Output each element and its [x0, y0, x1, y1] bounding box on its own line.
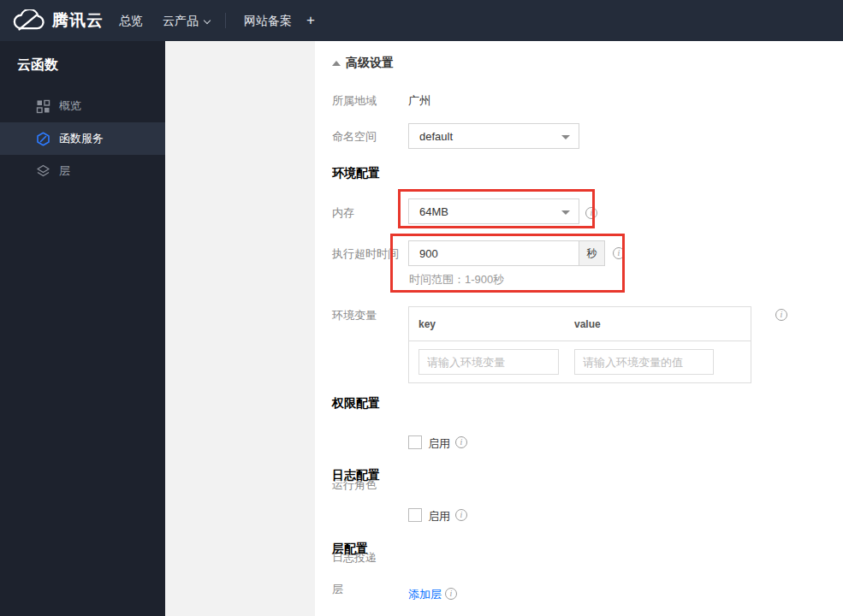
sidebar-item-overview[interactable]: 概览: [0, 90, 165, 122]
namespace-label: 命名空间: [332, 129, 377, 145]
nav-item-overview[interactable]: 总览: [119, 0, 143, 41]
memory-dropdown[interactable]: 64MB: [408, 198, 579, 224]
env-key-input[interactable]: [419, 349, 559, 375]
brand[interactable]: 腾讯云: [12, 0, 104, 41]
section-layer-config: 层配置: [332, 542, 368, 557]
memory-dropdown-value: 64MB: [419, 205, 448, 218]
collapse-arrow-icon: [332, 61, 341, 66]
sidebar-item-layer-label: 层: [59, 163, 70, 179]
section-log-config: 日志配置: [332, 468, 380, 483]
nav-item-cloud-products-label: 云产品: [163, 14, 199, 27]
env-vars-table-row: [409, 341, 751, 382]
region-value: 广州: [408, 93, 430, 109]
timeout-label: 执行超时时间: [332, 246, 399, 262]
log-enable-checkbox[interactable]: [408, 508, 422, 522]
scf-hexagon-icon: [36, 132, 50, 146]
layers-icon: [36, 164, 50, 179]
layer-label: 层: [332, 582, 343, 597]
sidebar-item-function-service[interactable]: 函数服务: [0, 122, 165, 155]
timeout-input-group: 秒: [408, 240, 605, 266]
role-info-icon[interactable]: i: [455, 436, 467, 448]
navbar-divider: [225, 13, 226, 28]
section-permission-config: 权限配置: [332, 396, 380, 412]
top-navbar: 腾讯云 总览 云产品 网站备案 +: [0, 0, 843, 41]
log-enable-label: 启用: [428, 509, 450, 524]
nav-add-button[interactable]: +: [306, 0, 315, 41]
sidebar-item-overview-label: 概览: [59, 98, 81, 114]
tencent-cloud-logo-icon: [12, 9, 45, 33]
section-environment-config: 环境配置: [332, 166, 380, 181]
env-vars-label: 环境变量: [332, 308, 377, 323]
secondary-panel: [165, 41, 315, 616]
namespace-dropdown-value: default: [419, 130, 453, 143]
advanced-settings-toggle[interactable]: 高级设置: [332, 56, 394, 71]
chevron-down-icon: [204, 17, 211, 24]
log-info-icon[interactable]: i: [455, 509, 467, 521]
brand-name: 腾讯云: [52, 9, 104, 32]
overview-grid-icon: [36, 99, 50, 114]
caret-down-icon: [561, 210, 570, 215]
nav-item-cloud-products[interactable]: 云产品: [163, 0, 210, 41]
sidebar-title: 云函数: [17, 56, 58, 74]
timeout-range-hint: 时间范围：1-900秒: [409, 272, 504, 287]
advanced-settings-label: 高级设置: [346, 56, 394, 69]
role-enable-checkbox[interactable]: [408, 435, 422, 449]
sidebar-item-function-service-label: 函数服务: [59, 131, 104, 146]
timeout-input[interactable]: [409, 241, 579, 265]
nav-item-website-icp[interactable]: 网站备案: [244, 0, 292, 41]
caret-down-icon: [561, 135, 570, 139]
namespace-dropdown[interactable]: default: [408, 123, 579, 149]
env-value-column-header: value: [574, 318, 601, 330]
sidebar-menu: 概览 函数服务 层: [0, 90, 165, 187]
memory-label: 内存: [332, 205, 354, 221]
env-value-input[interactable]: [574, 349, 714, 375]
env-vars-table: key value: [408, 306, 751, 383]
env-vars-info-icon[interactable]: i: [775, 309, 787, 321]
main-content: 高级设置 所属地域 广州 命名空间 default 环境配置 内存 64MB i…: [315, 41, 843, 616]
layer-info-icon[interactable]: i: [445, 588, 457, 600]
page: 腾讯云 总览 云产品 网站备案 + 云函数 概览: [0, 0, 843, 616]
role-enable-label: 启用: [428, 436, 450, 452]
add-layer-link[interactable]: 添加层: [408, 587, 442, 602]
env-vars-table-header: key value: [409, 307, 751, 341]
memory-info-icon[interactable]: i: [585, 207, 597, 219]
region-label: 所属地域: [332, 93, 377, 109]
timeout-info-icon[interactable]: i: [613, 247, 625, 259]
sidebar: 云函数 概览: [0, 41, 165, 616]
env-key-column-header: key: [409, 318, 574, 330]
timeout-unit-suffix: 秒: [579, 241, 604, 265]
sidebar-item-layer[interactable]: 层: [0, 155, 165, 187]
